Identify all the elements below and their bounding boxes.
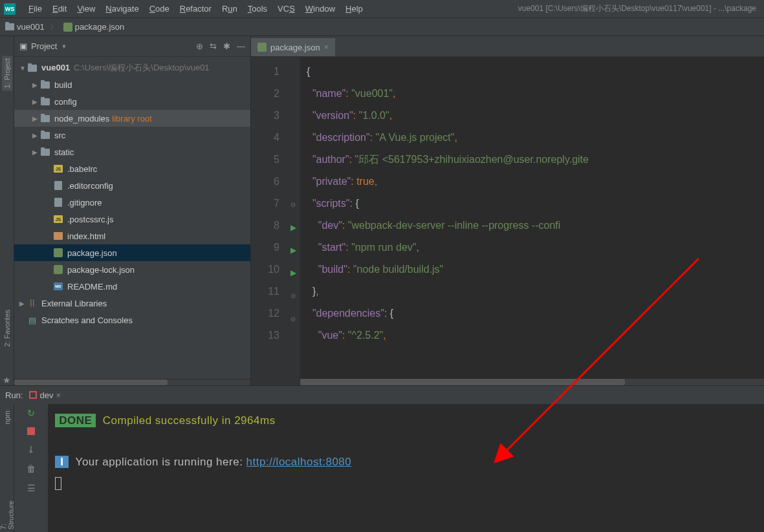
run-gutter-icon[interactable]: ▶	[290, 223, 296, 232]
breadcrumb-project: vue001	[17, 22, 45, 32]
project-tool-window: ▣ Project ▼ ⊕ ⇆ ✱ — ▼ vue001C:\Users\编程小…	[14, 36, 251, 385]
stop-icon[interactable]	[27, 427, 35, 435]
gear-icon[interactable]: ✱	[223, 41, 230, 51]
tree-folder-node_modules[interactable]: ▶node_moduleslibrary root	[14, 110, 250, 127]
menu-refactor[interactable]: Refactor	[175, 4, 217, 14]
tree-scratches[interactable]: ▤ Scratches and Consoles	[14, 312, 250, 328]
chevron-right-icon: 〉	[50, 21, 58, 33]
dropdown-icon: ▼	[61, 43, 67, 50]
code-area[interactable]: { "name": "vue001", "version": "1.0.0", …	[300, 57, 764, 385]
localhost-url-link[interactable]: http://localhost:8080	[246, 456, 352, 468]
editor-tab-package-json[interactable]: package.json ×	[251, 37, 335, 56]
scratches-icon: ▤	[27, 315, 38, 325]
tree-file--gitignore[interactable]: .gitignore	[14, 194, 250, 211]
close-icon[interactable]: ×	[56, 390, 61, 400]
more-icon[interactable]: ☰	[27, 483, 36, 493]
code-line: },	[307, 281, 764, 303]
collapse-icon[interactable]: ⇆	[210, 41, 217, 51]
tree-folder-build[interactable]: ▶build	[14, 76, 250, 93]
project-panel-title[interactable]: ▣ Project ▼	[19, 41, 67, 51]
tab-structure[interactable]: 7: Structure	[0, 491, 16, 532]
run-gutter-icon[interactable]: ▶	[290, 246, 296, 255]
code-line: "vue": "^2.5.2",	[307, 325, 764, 346]
hide-icon[interactable]: —	[237, 41, 245, 51]
chevron-right-icon: ▶	[32, 115, 40, 122]
library-icon: ⅼⅼ	[27, 299, 38, 308]
fold-icon[interactable]: ⊖	[290, 292, 296, 299]
folder-icon	[28, 65, 37, 72]
tree-folder-static[interactable]: ▶static	[14, 144, 250, 160]
console-output[interactable]: DONE Compiled successfully in 2964ms I Y…	[48, 386, 764, 532]
scrollbar-thumb[interactable]	[300, 379, 625, 385]
scroll-icon[interactable]: ⤓	[27, 444, 35, 454]
tree-file-package-lock-json[interactable]: package-lock.json	[14, 261, 250, 278]
tree-file-index-html[interactable]: index.html	[14, 228, 250, 244]
navigation-bar: vue001 〉 package.json	[0, 18, 764, 36]
running-text: Your application is running here:	[76, 456, 246, 468]
scrollbar-thumb[interactable]	[14, 379, 168, 385]
tree-folder-src[interactable]: ▶src	[14, 127, 250, 144]
html-file-icon	[54, 232, 63, 240]
close-icon[interactable]: ×	[324, 43, 329, 52]
run-gutter-icon[interactable]: ▶	[290, 268, 296, 277]
run-config-tab[interactable]: dev ×	[29, 390, 61, 400]
code-line: "private": true,	[307, 171, 764, 193]
menu-tools[interactable]: Tools	[243, 4, 272, 14]
folder-icon	[41, 81, 50, 89]
code-line: "description": "A Vue.js project",	[307, 127, 764, 149]
horizontal-scrollbar[interactable]	[300, 379, 764, 385]
trash-icon[interactable]: 🗑	[27, 463, 36, 474]
menu-edit[interactable]: Edit	[47, 4, 72, 14]
run-toolbar: ↻ ⤓ 🗑 ☰	[14, 386, 48, 532]
run-config-icon	[29, 391, 37, 399]
chevron-right-icon: ▶	[32, 98, 40, 105]
rerun-icon[interactable]: ↻	[27, 408, 35, 418]
breadcrumb[interactable]: vue001 〉 package.json	[5, 21, 124, 33]
tree-folder-config[interactable]: ▶config	[14, 93, 250, 110]
tree-external-libraries[interactable]: ▶ ⅼⅼ External Libraries	[14, 295, 250, 312]
menu-view[interactable]: View	[72, 4, 100, 14]
folder-icon	[41, 149, 50, 156]
menu-navigate[interactable]: Navigate	[100, 4, 144, 14]
folder-icon	[41, 98, 50, 105]
line-number-gutter: 12345678910111213	[251, 57, 286, 385]
chevron-down-icon: ▼	[19, 65, 27, 72]
menu-window[interactable]: Window	[300, 4, 340, 14]
chevron-right-icon: ▶	[19, 300, 27, 307]
folder-icon	[5, 23, 14, 30]
tree-file--editorconfig[interactable]: .editorconfig	[14, 177, 250, 194]
tree-file-README-md[interactable]: MDREADME.md	[14, 278, 250, 295]
webstorm-logo-icon: WS	[4, 3, 16, 15]
menu-vcs[interactable]: VCS	[272, 4, 300, 14]
file-icon	[54, 198, 62, 207]
run-tool-window: Run: dev × npm 7: Structure ↻ ⤓ 🗑 ☰ DONE…	[0, 385, 764, 532]
tree-file--babelrc[interactable]: JS.babelrc	[14, 160, 250, 177]
locate-icon[interactable]: ⊕	[196, 41, 203, 51]
code-line: "build": "node build/build.js"	[307, 259, 764, 281]
info-badge: I	[55, 456, 69, 468]
fold-icon[interactable]: ⊖	[290, 315, 296, 323]
tree-root[interactable]: ▼ vue001C:\Users\编程小石头\Desktop\vue01	[14, 59, 250, 76]
tab-favorites[interactable]: 2: Favorites	[2, 307, 12, 349]
tree-file--postcssrc-js[interactable]: JS.postcssrc.js	[14, 211, 250, 228]
tree-file-package-json[interactable]: package.json	[14, 244, 250, 261]
menu-file[interactable]: File	[23, 4, 47, 14]
code-line: {	[307, 61, 764, 83]
code-line: "author": "邱石 <5617953+zhihuixiaozhen@us…	[307, 149, 764, 171]
tab-project[interactable]: 1: Project	[2, 56, 12, 90]
tab-npm[interactable]: npm	[2, 408, 12, 427]
star-icon[interactable]: ★	[3, 375, 11, 385]
menu-code[interactable]: Code	[144, 4, 175, 14]
menu-help[interactable]: Help	[340, 4, 368, 14]
editor: package.json × 12345678910111213 ⊖▶▶▶⊖⊖ …	[251, 36, 764, 385]
fold-icon[interactable]: ⊖	[290, 201, 296, 208]
project-tree[interactable]: ▼ vue001C:\Users\编程小石头\Desktop\vue01 ▶bu…	[14, 57, 250, 379]
done-badge: DONE	[55, 414, 96, 427]
run-left-strip: npm 7: Structure	[0, 386, 14, 532]
menu-run[interactable]: Run	[217, 4, 243, 14]
json-file-icon	[54, 248, 63, 257]
json-file-icon	[54, 265, 63, 274]
folder-icon	[41, 115, 50, 122]
folder-icon	[41, 132, 50, 139]
code-line: "version": "1.0.0",	[307, 105, 764, 127]
